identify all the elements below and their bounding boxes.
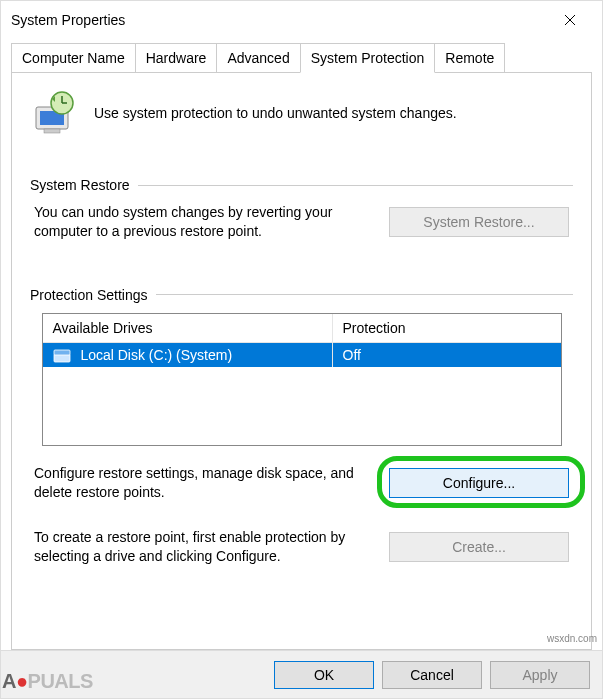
column-available-drives[interactable]: Available Drives xyxy=(43,314,333,342)
ok-button[interactable]: OK xyxy=(274,661,374,689)
close-button[interactable] xyxy=(547,5,592,35)
create-button: Create... xyxy=(389,532,569,562)
system-restore-row: You can undo system changes by reverting… xyxy=(34,203,569,241)
window-title: System Properties xyxy=(11,12,125,28)
group-system-restore: System Restore You can undo system chang… xyxy=(30,177,573,241)
svg-rect-9 xyxy=(54,350,70,355)
group-title-system-restore: System Restore xyxy=(30,177,130,193)
tab-remote[interactable]: Remote xyxy=(434,43,505,72)
titlebar: System Properties xyxy=(1,1,602,39)
table-empty-area xyxy=(43,367,561,445)
tab-advanced[interactable]: Advanced xyxy=(216,43,300,72)
apply-button: Apply xyxy=(490,661,590,689)
create-description: To create a restore point, first enable … xyxy=(34,528,369,566)
drives-table[interactable]: Available Drives Protection Local Disk (… xyxy=(42,313,562,446)
group-protection-settings: Protection Settings Available Drives Pro… xyxy=(30,287,573,566)
column-protection[interactable]: Protection xyxy=(333,314,561,342)
table-row[interactable]: Local Disk (C:) (System) Off xyxy=(43,343,561,367)
tab-system-protection[interactable]: System Protection xyxy=(300,43,436,73)
close-icon xyxy=(564,14,576,26)
tab-content: Use system protection to undo unwanted s… xyxy=(11,72,592,650)
divider xyxy=(156,294,573,295)
create-row: To create a restore point, first enable … xyxy=(34,528,569,566)
drive-icon xyxy=(53,349,71,363)
protection-status: Off xyxy=(333,343,561,367)
cancel-button[interactable]: Cancel xyxy=(382,661,482,689)
configure-row: Configure restore settings, manage disk … xyxy=(34,464,569,502)
group-header: Protection Settings xyxy=(30,287,573,303)
configure-button[interactable]: Configure... xyxy=(389,468,569,498)
system-properties-window: System Properties Computer Name Hardware… xyxy=(0,0,603,699)
group-header: System Restore xyxy=(30,177,573,193)
system-restore-description: You can undo system changes by reverting… xyxy=(34,203,369,241)
system-protection-icon xyxy=(30,89,78,137)
intro-text: Use system protection to undo unwanted s… xyxy=(94,105,457,121)
divider xyxy=(138,185,573,186)
group-title-protection-settings: Protection Settings xyxy=(30,287,148,303)
svg-rect-4 xyxy=(44,129,60,133)
table-header: Available Drives Protection xyxy=(43,314,561,343)
tabs-area: Computer Name Hardware Advanced System P… xyxy=(1,39,602,650)
dialog-footer: OK Cancel Apply xyxy=(1,650,602,698)
tab-bar: Computer Name Hardware Advanced System P… xyxy=(11,43,592,73)
drive-cell: Local Disk (C:) (System) xyxy=(43,343,333,367)
system-restore-button: System Restore... xyxy=(389,207,569,237)
intro-row: Use system protection to undo unwanted s… xyxy=(30,89,573,137)
tab-hardware[interactable]: Hardware xyxy=(135,43,218,72)
drive-name: Local Disk (C:) (System) xyxy=(80,347,232,363)
configure-description: Configure restore settings, manage disk … xyxy=(34,464,369,502)
tab-computer-name[interactable]: Computer Name xyxy=(11,43,136,72)
